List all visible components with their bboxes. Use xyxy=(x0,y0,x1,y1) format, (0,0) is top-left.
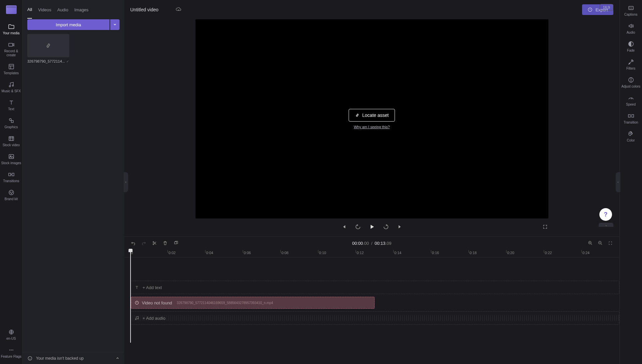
duplicate-button[interactable] xyxy=(173,240,179,246)
video-track[interactable]: Video not found 326798790_57721140461696… xyxy=(130,296,619,309)
skip-start-button[interactable] xyxy=(341,223,347,230)
graphics-icon xyxy=(8,117,15,124)
rail-feature-flags[interactable]: Feature Flags xyxy=(0,343,22,361)
aspect-ratio-button[interactable]: 16:9 xyxy=(600,4,613,11)
rail-label: Graphics xyxy=(4,125,18,129)
audio-icon xyxy=(628,23,634,29)
rail-speed[interactable]: Speed xyxy=(620,91,642,109)
svg-rect-34 xyxy=(632,115,634,117)
rail-adjust-colors[interactable]: Adjust colors xyxy=(620,73,642,91)
svg-point-17 xyxy=(11,350,12,351)
rail-label: Stock video xyxy=(3,143,20,147)
svg-rect-1 xyxy=(9,64,14,69)
audio-track-label: + Add audio xyxy=(143,316,165,321)
fullscreen-button[interactable] xyxy=(542,223,548,230)
rail-locale[interactable]: en-US xyxy=(0,325,22,343)
undo-button[interactable] xyxy=(130,240,136,246)
rail-music-sfx[interactable]: Music & SFX xyxy=(0,78,22,96)
rail-templates[interactable]: Templates xyxy=(0,60,22,78)
svg-point-21 xyxy=(153,241,154,242)
speed-icon xyxy=(628,95,634,101)
transition-r-icon xyxy=(628,113,634,119)
ruler-tick: 0:24 xyxy=(582,251,589,255)
tab-all[interactable]: All xyxy=(27,1,32,19)
help-tab-icon[interactable]: ⌄ xyxy=(599,223,613,227)
zoom-out-button[interactable] xyxy=(597,240,603,246)
ruler-tick: 0:08 xyxy=(281,251,288,255)
split-button[interactable] xyxy=(152,240,158,246)
rail-stock-video[interactable]: Stock video xyxy=(0,132,22,150)
app-logo[interactable] xyxy=(0,0,22,19)
audio-track[interactable]: + Add audio xyxy=(130,311,619,325)
tab-images[interactable]: Images xyxy=(74,1,89,18)
rail-your-media[interactable]: Your media xyxy=(0,20,22,38)
rail-transition[interactable]: Transition xyxy=(620,109,642,127)
help-button[interactable]: ? xyxy=(599,208,612,221)
svg-point-27 xyxy=(135,319,136,320)
rail-fade[interactable]: Fade xyxy=(620,37,642,55)
project-title-input[interactable] xyxy=(130,7,170,12)
playhead[interactable] xyxy=(130,249,131,343)
rail-captions[interactable]: CC Captions xyxy=(620,1,642,19)
rail-filters[interactable]: Filters xyxy=(620,55,642,73)
ruler-tick: 0:10 xyxy=(319,251,326,255)
import-media-dropdown[interactable] xyxy=(110,19,120,30)
rail-record-create[interactable]: Record & create xyxy=(0,38,22,60)
svg-rect-6 xyxy=(9,137,14,141)
rail-label: Captions xyxy=(624,13,637,17)
tab-audio[interactable]: Audio xyxy=(57,1,68,18)
template-icon xyxy=(8,63,15,70)
delete-button[interactable] xyxy=(162,240,168,246)
media-item-name: 326798790_5772114... xyxy=(27,59,65,63)
link-icon xyxy=(45,42,52,49)
svg-point-4 xyxy=(9,119,11,121)
text-track[interactable]: + Add text xyxy=(130,281,619,294)
svg-point-22 xyxy=(153,244,154,245)
filters-icon xyxy=(628,59,634,65)
svg-rect-9 xyxy=(9,173,11,176)
svg-point-12 xyxy=(10,192,11,192)
why-seeing-link[interactable]: Why am I seeing this? xyxy=(354,125,390,129)
rail-label: Music & SFX xyxy=(2,89,21,93)
rail-transitions[interactable]: Transitions xyxy=(0,168,22,186)
cloud-sync-icon[interactable] xyxy=(175,7,181,13)
import-media-button[interactable]: Import media xyxy=(27,19,110,30)
ruler-tick: 0:18 xyxy=(470,251,477,255)
text-icon xyxy=(8,99,15,106)
media-item[interactable]: 326798790_5772114... ✓ xyxy=(27,34,69,63)
zoom-fit-button[interactable] xyxy=(607,240,613,246)
svg-point-2 xyxy=(9,86,10,87)
video-clip-missing[interactable]: Video not found 326798790_57721140461696… xyxy=(131,297,375,309)
rail-label: Adjust colors xyxy=(621,85,640,89)
clip-filename: 326798790_5772114046169659_5885643278957… xyxy=(177,301,273,305)
svg-text:CC: CC xyxy=(629,7,632,9)
skip-end-button[interactable] xyxy=(397,223,403,230)
rail-brand-kit[interactable]: Brand kit xyxy=(0,186,22,204)
collapse-panel-button[interactable]: ‹ xyxy=(124,172,128,192)
svg-point-13 xyxy=(12,192,13,192)
video-preview: Locate asset Why am I seeing this? xyxy=(195,19,548,218)
rail-label: Color xyxy=(627,139,635,143)
locate-asset-button[interactable]: Locate asset xyxy=(349,109,395,122)
transition-icon xyxy=(8,171,15,178)
forward-button[interactable] xyxy=(383,223,389,230)
zoom-in-button[interactable] xyxy=(587,240,593,246)
tab-videos[interactable]: Videos xyxy=(38,1,51,18)
rail-label: Record & create xyxy=(1,49,22,57)
expand-backup-icon[interactable] xyxy=(116,356,120,360)
play-button[interactable] xyxy=(369,223,375,230)
svg-rect-23 xyxy=(174,242,176,244)
music-icon xyxy=(135,316,139,320)
expand-right-panel-button[interactable]: ‹ xyxy=(616,172,620,192)
rail-color[interactable]: Color xyxy=(620,127,642,145)
rail-audio[interactable]: Audio xyxy=(620,19,642,37)
timeline-ruler[interactable]: 0 0:02 0:04 0:06 0:08 0:10 0:12 0:14 0:1… xyxy=(124,249,619,257)
rewind-button[interactable] xyxy=(355,223,361,230)
text-icon xyxy=(135,285,139,290)
rail-label: Filters xyxy=(626,67,635,71)
redo-button[interactable] xyxy=(141,240,147,246)
rail-stock-images[interactable]: Stock images xyxy=(0,150,22,168)
rail-graphics[interactable]: Graphics xyxy=(0,114,22,132)
rail-label: Feature Flags xyxy=(1,355,22,359)
rail-text[interactable]: Text xyxy=(0,96,22,114)
